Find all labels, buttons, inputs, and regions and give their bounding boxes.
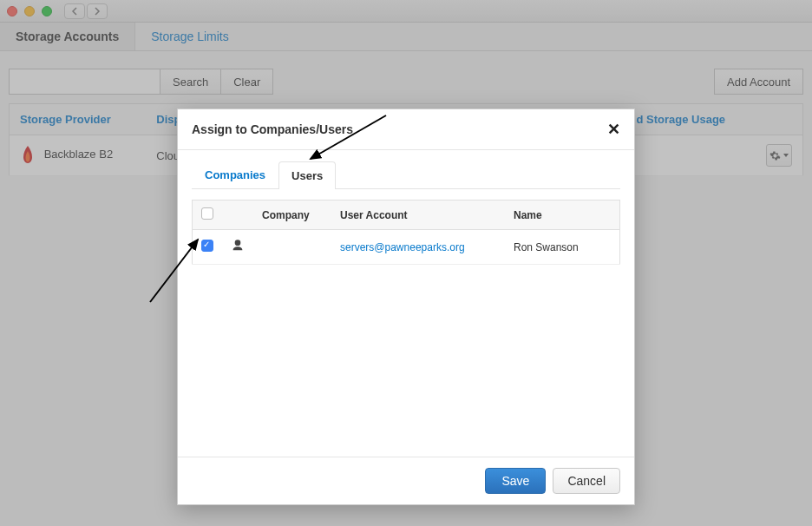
dialog-footer: Save Cancel: [178, 457, 634, 504]
cell-name: Ron Swanson: [505, 230, 620, 265]
cell-company: [253, 230, 331, 265]
dialog-body: Companies Users Company User Account Nam…: [178, 150, 634, 457]
tab-users[interactable]: Users: [278, 161, 336, 189]
col-name: Name: [505, 201, 620, 230]
col-checkbox: [193, 201, 223, 230]
col-icon: [222, 201, 253, 230]
user-row: servers@pawneeparks.org Ron Swanson: [193, 230, 620, 265]
user-icon: [231, 239, 245, 253]
tab-companies[interactable]: Companies: [192, 161, 278, 188]
user-account-link[interactable]: servers@pawneeparks.org: [340, 241, 465, 253]
dialog-title: Assign to Companies/Users: [192, 122, 353, 136]
dialog-tabs: Companies Users: [192, 161, 620, 189]
col-user-account: User Account: [331, 201, 505, 230]
row-checkbox[interactable]: [201, 240, 213, 252]
modal-overlay: Assign to Companies/Users ✕ Companies Us…: [0, 0, 812, 526]
cell-user-icon: [222, 230, 253, 265]
users-table: Company User Account Name: [192, 200, 620, 265]
assign-dialog: Assign to Companies/Users ✕ Companies Us…: [177, 108, 635, 505]
cell-checkbox: [193, 230, 223, 265]
close-dialog-button[interactable]: ✕: [607, 120, 620, 139]
save-button[interactable]: Save: [485, 468, 546, 494]
dialog-header: Assign to Companies/Users ✕: [178, 109, 634, 150]
cell-user-account: servers@pawneeparks.org: [331, 230, 505, 265]
cancel-button[interactable]: Cancel: [553, 468, 620, 494]
select-all-checkbox[interactable]: [201, 207, 213, 220]
col-company: Company: [253, 201, 331, 230]
